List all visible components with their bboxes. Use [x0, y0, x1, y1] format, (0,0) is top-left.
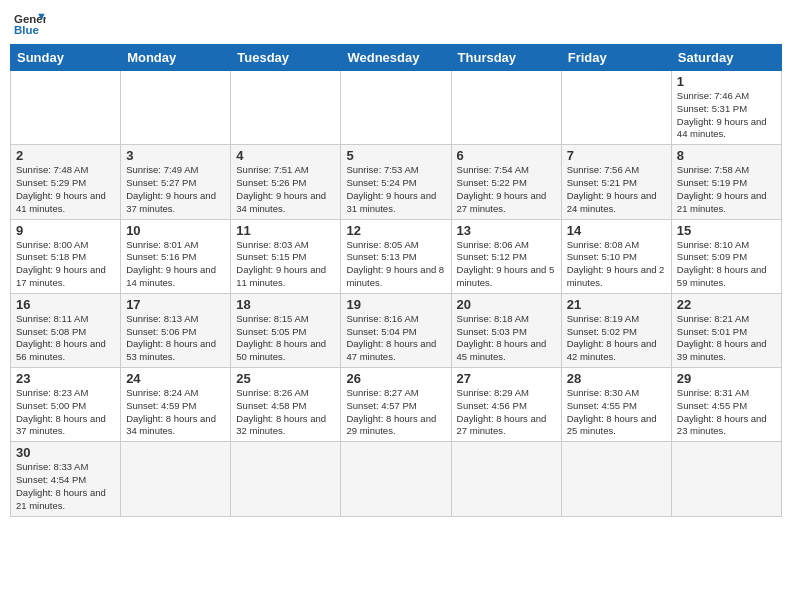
calendar-cell [561, 71, 671, 145]
calendar-cell: 11Sunrise: 8:03 AM Sunset: 5:15 PM Dayli… [231, 219, 341, 293]
day-number: 29 [677, 371, 776, 386]
logo: General Blue [14, 10, 46, 38]
day-info: Sunrise: 8:10 AM Sunset: 5:09 PM Dayligh… [677, 239, 776, 290]
day-number: 24 [126, 371, 225, 386]
day-number: 10 [126, 223, 225, 238]
day-number: 6 [457, 148, 556, 163]
day-number: 26 [346, 371, 445, 386]
day-info: Sunrise: 7:53 AM Sunset: 5:24 PM Dayligh… [346, 164, 445, 215]
calendar-cell: 14Sunrise: 8:08 AM Sunset: 5:10 PM Dayli… [561, 219, 671, 293]
day-number: 2 [16, 148, 115, 163]
day-info: Sunrise: 8:33 AM Sunset: 4:54 PM Dayligh… [16, 461, 115, 512]
day-number: 4 [236, 148, 335, 163]
calendar-cell: 21Sunrise: 8:19 AM Sunset: 5:02 PM Dayli… [561, 293, 671, 367]
day-number: 19 [346, 297, 445, 312]
day-info: Sunrise: 7:54 AM Sunset: 5:22 PM Dayligh… [457, 164, 556, 215]
day-number: 25 [236, 371, 335, 386]
day-info: Sunrise: 8:11 AM Sunset: 5:08 PM Dayligh… [16, 313, 115, 364]
day-number: 27 [457, 371, 556, 386]
day-number: 1 [677, 74, 776, 89]
day-info: Sunrise: 8:31 AM Sunset: 4:55 PM Dayligh… [677, 387, 776, 438]
col-header-wednesday: Wednesday [341, 45, 451, 71]
calendar-cell [11, 71, 121, 145]
calendar-cell: 15Sunrise: 8:10 AM Sunset: 5:09 PM Dayli… [671, 219, 781, 293]
calendar-cell: 9Sunrise: 8:00 AM Sunset: 5:18 PM Daylig… [11, 219, 121, 293]
day-number: 12 [346, 223, 445, 238]
col-header-thursday: Thursday [451, 45, 561, 71]
day-number: 16 [16, 297, 115, 312]
calendar-cell: 25Sunrise: 8:26 AM Sunset: 4:58 PM Dayli… [231, 368, 341, 442]
day-info: Sunrise: 8:29 AM Sunset: 4:56 PM Dayligh… [457, 387, 556, 438]
calendar-cell: 19Sunrise: 8:16 AM Sunset: 5:04 PM Dayli… [341, 293, 451, 367]
day-number: 22 [677, 297, 776, 312]
col-header-saturday: Saturday [671, 45, 781, 71]
day-info: Sunrise: 8:00 AM Sunset: 5:18 PM Dayligh… [16, 239, 115, 290]
day-number: 17 [126, 297, 225, 312]
calendar-cell [671, 442, 781, 516]
day-info: Sunrise: 8:08 AM Sunset: 5:10 PM Dayligh… [567, 239, 666, 290]
calendar-week-0: 1Sunrise: 7:46 AM Sunset: 5:31 PM Daylig… [11, 71, 782, 145]
day-number: 13 [457, 223, 556, 238]
calendar-cell: 30Sunrise: 8:33 AM Sunset: 4:54 PM Dayli… [11, 442, 121, 516]
day-number: 21 [567, 297, 666, 312]
calendar-cell: 7Sunrise: 7:56 AM Sunset: 5:21 PM Daylig… [561, 145, 671, 219]
calendar-cell [121, 71, 231, 145]
calendar-cell: 29Sunrise: 8:31 AM Sunset: 4:55 PM Dayli… [671, 368, 781, 442]
calendar-cell: 5Sunrise: 7:53 AM Sunset: 5:24 PM Daylig… [341, 145, 451, 219]
calendar-cell: 2Sunrise: 7:48 AM Sunset: 5:29 PM Daylig… [11, 145, 121, 219]
calendar-week-1: 2Sunrise: 7:48 AM Sunset: 5:29 PM Daylig… [11, 145, 782, 219]
calendar-cell: 18Sunrise: 8:15 AM Sunset: 5:05 PM Dayli… [231, 293, 341, 367]
calendar-cell: 13Sunrise: 8:06 AM Sunset: 5:12 PM Dayli… [451, 219, 561, 293]
day-info: Sunrise: 7:58 AM Sunset: 5:19 PM Dayligh… [677, 164, 776, 215]
day-number: 9 [16, 223, 115, 238]
day-info: Sunrise: 7:46 AM Sunset: 5:31 PM Dayligh… [677, 90, 776, 141]
calendar-cell [451, 71, 561, 145]
day-info: Sunrise: 8:30 AM Sunset: 4:55 PM Dayligh… [567, 387, 666, 438]
day-info: Sunrise: 8:03 AM Sunset: 5:15 PM Dayligh… [236, 239, 335, 290]
day-info: Sunrise: 8:23 AM Sunset: 5:00 PM Dayligh… [16, 387, 115, 438]
calendar-week-5: 30Sunrise: 8:33 AM Sunset: 4:54 PM Dayli… [11, 442, 782, 516]
day-number: 7 [567, 148, 666, 163]
calendar-cell: 6Sunrise: 7:54 AM Sunset: 5:22 PM Daylig… [451, 145, 561, 219]
day-info: Sunrise: 7:49 AM Sunset: 5:27 PM Dayligh… [126, 164, 225, 215]
calendar-cell: 28Sunrise: 8:30 AM Sunset: 4:55 PM Dayli… [561, 368, 671, 442]
day-number: 14 [567, 223, 666, 238]
day-info: Sunrise: 8:05 AM Sunset: 5:13 PM Dayligh… [346, 239, 445, 290]
day-info: Sunrise: 8:15 AM Sunset: 5:05 PM Dayligh… [236, 313, 335, 364]
day-info: Sunrise: 8:16 AM Sunset: 5:04 PM Dayligh… [346, 313, 445, 364]
calendar-cell: 3Sunrise: 7:49 AM Sunset: 5:27 PM Daylig… [121, 145, 231, 219]
calendar-cell: 4Sunrise: 7:51 AM Sunset: 5:26 PM Daylig… [231, 145, 341, 219]
calendar-cell: 26Sunrise: 8:27 AM Sunset: 4:57 PM Dayli… [341, 368, 451, 442]
day-number: 28 [567, 371, 666, 386]
day-number: 15 [677, 223, 776, 238]
generalblue-logo-icon: General Blue [14, 10, 46, 38]
calendar-cell [451, 442, 561, 516]
day-number: 23 [16, 371, 115, 386]
calendar-cell [231, 71, 341, 145]
calendar-cell: 1Sunrise: 7:46 AM Sunset: 5:31 PM Daylig… [671, 71, 781, 145]
day-info: Sunrise: 8:24 AM Sunset: 4:59 PM Dayligh… [126, 387, 225, 438]
day-info: Sunrise: 8:27 AM Sunset: 4:57 PM Dayligh… [346, 387, 445, 438]
day-number: 3 [126, 148, 225, 163]
calendar-week-4: 23Sunrise: 8:23 AM Sunset: 5:00 PM Dayli… [11, 368, 782, 442]
day-number: 5 [346, 148, 445, 163]
day-info: Sunrise: 8:06 AM Sunset: 5:12 PM Dayligh… [457, 239, 556, 290]
calendar-cell: 24Sunrise: 8:24 AM Sunset: 4:59 PM Dayli… [121, 368, 231, 442]
calendar-cell: 17Sunrise: 8:13 AM Sunset: 5:06 PM Dayli… [121, 293, 231, 367]
svg-text:Blue: Blue [14, 24, 39, 36]
calendar-cell [231, 442, 341, 516]
calendar-week-2: 9Sunrise: 8:00 AM Sunset: 5:18 PM Daylig… [11, 219, 782, 293]
calendar-cell [121, 442, 231, 516]
day-info: Sunrise: 8:19 AM Sunset: 5:02 PM Dayligh… [567, 313, 666, 364]
calendar-cell: 20Sunrise: 8:18 AM Sunset: 5:03 PM Dayli… [451, 293, 561, 367]
calendar-cell: 16Sunrise: 8:11 AM Sunset: 5:08 PM Dayli… [11, 293, 121, 367]
day-info: Sunrise: 7:56 AM Sunset: 5:21 PM Dayligh… [567, 164, 666, 215]
day-number: 18 [236, 297, 335, 312]
calendar-cell: 10Sunrise: 8:01 AM Sunset: 5:16 PM Dayli… [121, 219, 231, 293]
calendar-cell: 23Sunrise: 8:23 AM Sunset: 5:00 PM Dayli… [11, 368, 121, 442]
day-info: Sunrise: 8:26 AM Sunset: 4:58 PM Dayligh… [236, 387, 335, 438]
day-number: 11 [236, 223, 335, 238]
day-info: Sunrise: 7:51 AM Sunset: 5:26 PM Dayligh… [236, 164, 335, 215]
col-header-monday: Monday [121, 45, 231, 71]
calendar-cell: 27Sunrise: 8:29 AM Sunset: 4:56 PM Dayli… [451, 368, 561, 442]
